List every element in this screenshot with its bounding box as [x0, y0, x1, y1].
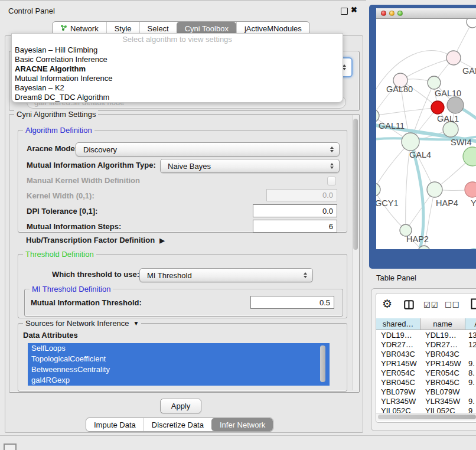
table-row[interactable]: YBL079WYBL079W [376, 387, 476, 396]
table-row[interactable]: YDL19…YDL19…13 [376, 330, 476, 340]
close-panel-button[interactable]: ✖ [351, 5, 357, 14]
combo-arrows-icon [330, 163, 334, 169]
network-node[interactable] [447, 97, 464, 113]
algorithm-option-dream8-dc-tdc-algorithm[interactable]: Dream8 DC_TDC Algorithm [12, 93, 343, 102]
tab-label: jActiveMNodules [244, 24, 302, 33]
attribute-item-gal4rgexp[interactable]: gal4RGexp [28, 375, 330, 386]
sources-group: Sources for Network Inference ▼ Data Att… [18, 323, 347, 392]
split-view-icon[interactable] [404, 300, 414, 312]
mi-type-value: Naive Bayes [168, 162, 211, 171]
table-row[interactable]: YBR043CYBR043C [376, 349, 476, 358]
tab-label: Infer Network [220, 420, 265, 429]
network-node[interactable] [427, 182, 442, 197]
dpi-tolerance-input[interactable]: 0.0 [253, 204, 337, 217]
network-node[interactable] [428, 76, 441, 89]
which-threshold-label: Which threshold to use: [52, 270, 139, 279]
export-table-icon[interactable] [471, 298, 476, 312]
tab-discretize-data[interactable]: Discretize Data [144, 418, 211, 431]
close-window-icon[interactable] [381, 11, 386, 16]
network-window-titlebar[interactable] [376, 8, 476, 19]
unselect-columns-icon[interactable]: ☐☐ [445, 301, 459, 309]
tab-infer-network[interactable]: Infer Network [211, 418, 273, 431]
algorithm-option-bayesian-hill-climbing[interactable]: Bayesian – Hill Climbing [12, 45, 343, 55]
table-cell: YDR27… [420, 340, 465, 349]
node-label: GCY1 [376, 198, 399, 208]
kernel-width-label: Kernel Width (0,1): [27, 191, 94, 201]
attribute-item-selfloops[interactable]: SelfLoops [28, 343, 330, 354]
algorithm-dropdown: Select algorithm to view settings Bayesi… [11, 33, 343, 103]
table-cell: 9. [465, 378, 476, 387]
attribute-item-topologicalcoefficient[interactable]: TopologicalCoefficient [28, 354, 330, 364]
collapsed-panel-icon[interactable] [4, 444, 17, 450]
algorithm-definition-group: Algorithm Definition Aracne Mode: Discov… [18, 130, 347, 233]
combo-arrows-icon [330, 146, 334, 152]
combo-arrows-icon [304, 272, 307, 278]
algorithm-option-bayesian-k2[interactable]: Bayesian – K2 [12, 83, 343, 93]
table-cell: YBR043C [420, 350, 465, 358]
table-row[interactable]: YIL052CYIL052C9 [376, 406, 476, 413]
select-columns-icon[interactable]: ☑☑ [423, 301, 438, 309]
node-label: GAL11 [379, 121, 405, 131]
table-hscrollbar-thumb[interactable] [378, 415, 476, 419]
algorithm-option-aracne-algorithm[interactable]: ARACNE Algorithm [12, 64, 343, 74]
network-node[interactable] [465, 182, 476, 197]
table-cell: YPR145W [420, 359, 465, 368]
mi-type-select[interactable]: Naive Bayes [160, 159, 340, 173]
settings-scrollbar-thumb[interactable] [353, 119, 358, 250]
aracne-mode-select[interactable]: Discovery [76, 142, 340, 156]
manual-kernel-checkbox[interactable] [327, 177, 336, 185]
attributes-scrollbar-thumb[interactable] [320, 345, 325, 382]
network-edge [376, 107, 438, 116]
apply-button[interactable]: Apply [160, 399, 201, 413]
cyni-settings-title: Cyni Algorithm Settings [14, 110, 98, 119]
dropdown-placeholder[interactable]: Select algorithm to view settings [12, 34, 343, 45]
algorithm-option-mutual-information-inference[interactable]: Mutual Information Inference [12, 74, 343, 83]
table-cell: YER054C [420, 369, 465, 377]
chevron-right-icon: ▶ [159, 236, 164, 245]
network-node[interactable] [443, 122, 458, 137]
network-node[interactable] [376, 183, 380, 196]
threshold-definition-title: Threshold Definition [23, 250, 96, 259]
column-header-shared[interactable]: shared… [376, 318, 420, 330]
minimize-window-icon[interactable] [389, 11, 395, 16]
zoom-window-icon[interactable] [397, 11, 403, 16]
column-header-name[interactable]: name [420, 318, 465, 330]
table-row[interactable]: YBR045CYBR045C9. [376, 377, 476, 387]
aracne-mode-value: Discovery [83, 145, 117, 154]
which-threshold-select[interactable]: MI Threshold [139, 268, 313, 282]
attribute-item-betweennesscentrality[interactable]: BetweennessCentrality [28, 364, 330, 375]
table-row[interactable]: YER054CYER054C8. [376, 368, 476, 377]
float-window-button[interactable] [341, 8, 348, 15]
table-cell: 9 [465, 406, 476, 413]
hub-section-toggle[interactable]: Hub/Transcription Factor Definition ▶ [26, 236, 165, 245]
tab-impute-data[interactable]: Impute Data [86, 418, 144, 431]
gear-icon[interactable]: ⚙ [382, 297, 392, 311]
column-header-a[interactable]: A [465, 318, 476, 330]
mi-threshold-group: MI Threshold Definition Mutual Informati… [24, 289, 343, 317]
bottom-divider [0, 435, 476, 436]
table-row[interactable]: YPR145WYPR145W9. [376, 358, 476, 368]
table-cell: YIL052C [420, 406, 465, 413]
mi-steps-input[interactable]: 6 [253, 220, 337, 233]
tab-label: Style [115, 24, 132, 33]
network-node[interactable] [431, 101, 444, 114]
table-panel-inner: ⚙ ☑☑ ☐☐ shared…nameA YDL19…YDL19…13YDR27… [376, 293, 476, 423]
sources-toggle[interactable]: Sources for Network Inference ▼ [23, 319, 141, 328]
mi-threshold-input[interactable]: 0.5 [250, 296, 334, 309]
algorithm-definition-title: Algorithm Definition [23, 126, 94, 135]
network-canvas[interactable]: GALGAL80GAL10GAL1GAL11SWI4GAL4GCY1HAP4YH… [376, 19, 476, 249]
data-attributes-label: Data Attributes [23, 331, 78, 340]
application-window: Control Panel ✖ NetworkStyleSelectCyni T… [0, 0, 476, 450]
network-node[interactable] [463, 147, 476, 166]
hub-section-label: Hub/Transcription Factor Definition [26, 236, 155, 245]
algorithm-option-basic-correlation-inference[interactable]: Basic Correlation Inference [12, 55, 343, 64]
table-row[interactable]: YDR27…YDR27…12 [376, 340, 476, 349]
network-node[interactable] [446, 51, 461, 65]
network-node[interactable] [402, 133, 419, 151]
table-cell: YIL052C [376, 406, 420, 413]
network-node[interactable] [467, 19, 476, 28]
manual-kernel-label: Manual Kernel Width Definition [27, 176, 140, 185]
kernel-width-input[interactable]: 0.0 [266, 189, 337, 201]
table-cell: 12 [465, 340, 476, 349]
table-row[interactable]: YLR345WYLR345W9. [376, 396, 476, 406]
